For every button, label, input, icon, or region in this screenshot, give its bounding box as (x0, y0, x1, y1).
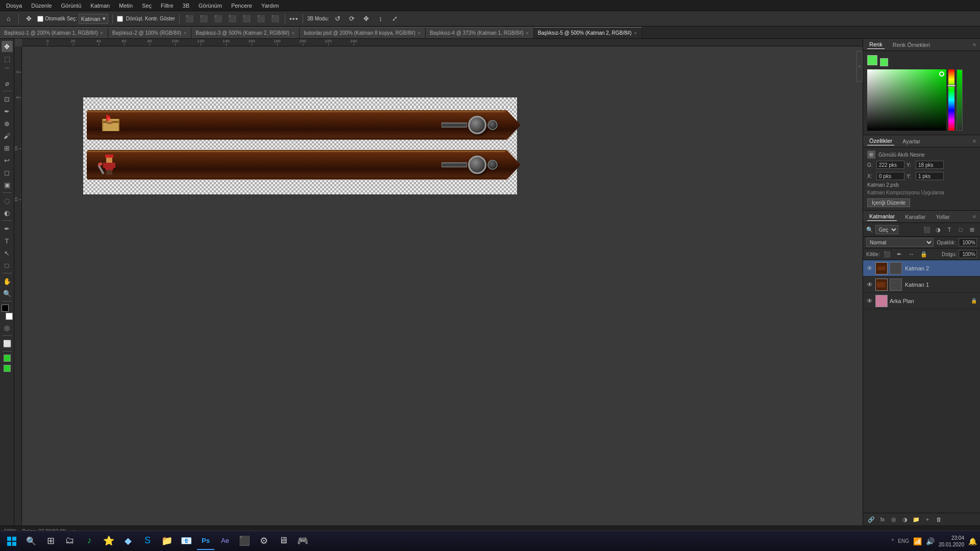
layers-filter-shape[interactable]: □ (955, 225, 966, 234)
align-right-button[interactable]: ⬛ (212, 13, 224, 24)
taskbar-app-settings[interactable]: ⚙ (255, 533, 273, 550)
tab-6[interactable]: Başlıksız-5 @ 500% (Katman 2, RGB/8#) × (534, 27, 642, 38)
fg-color-swatch[interactable] (2, 305, 9, 312)
taskbar-app-mail[interactable]: 📧 (178, 533, 195, 550)
lock-pixels-btn[interactable]: ⬛ (882, 249, 892, 259)
align-bottom-button[interactable]: ⬛ (255, 13, 266, 24)
layers-fx-btn[interactable]: fx (877, 515, 888, 524)
tab-2[interactable]: Başlıksız-2 @ 100% (RGB/8#) × (108, 27, 191, 38)
path-select-tool[interactable]: ↖ (2, 247, 13, 259)
fill-input[interactable] (959, 250, 977, 258)
fg-color-display[interactable] (867, 55, 877, 65)
layers-filter-dropdown[interactable]: Geç (875, 225, 898, 234)
blend-mode-select[interactable]: Normal (866, 238, 934, 247)
tab-3-close[interactable]: × (291, 31, 295, 36)
layer-bg-visibility[interactable]: 👁 (866, 297, 873, 305)
taskbar-app-skype[interactable]: S (139, 533, 156, 550)
taskbar-app-terminal[interactable]: ⬛ (236, 533, 253, 550)
layers-filter-smart[interactable]: ⊞ (967, 225, 977, 234)
lock-all-btn[interactable]: 🔒 (919, 249, 929, 259)
props-g-input[interactable] (876, 161, 904, 169)
bg-color-display[interactable] (880, 58, 888, 66)
hue-bar[interactable] (948, 69, 954, 131)
clone-tool[interactable]: ⊞ (2, 142, 13, 154)
color-gradient-picker[interactable] (867, 69, 946, 131)
align-middle-button[interactable]: ⬛ (241, 13, 252, 24)
brush-tool[interactable]: 🖌 (2, 130, 13, 141)
tab-ozellikler[interactable]: Özellikler (867, 137, 894, 145)
3d-roll-button[interactable]: ⟳ (346, 13, 357, 24)
align-center-h-button[interactable]: ⬛ (198, 13, 209, 24)
layer-2-visibility[interactable]: 👁 (866, 265, 873, 272)
home-button[interactable]: ⌂ (3, 13, 14, 24)
tray-chevron[interactable]: ^ (892, 538, 894, 544)
canvas-document[interactable] (83, 97, 517, 182)
props-x-input[interactable] (876, 172, 904, 180)
tab-2-close[interactable]: × (183, 31, 187, 36)
layer-item-1[interactable]: 👁 ⬛ Katman 1 (863, 277, 980, 293)
menu-filtre[interactable]: Filtre (157, 2, 177, 10)
layers-new-btn[interactable]: + (922, 515, 933, 524)
tab-katmanlar[interactable]: Katmanlar (867, 212, 897, 221)
tab-ornekler[interactable]: Renk Örnekleri (891, 41, 932, 49)
move-tool-button[interactable]: ✥ (23, 13, 34, 24)
alpha-bar[interactable] (957, 69, 963, 131)
toolbar-more[interactable]: ••• (289, 15, 299, 23)
color-swatches[interactable] (2, 305, 13, 320)
bg-color-swatch[interactable] (6, 313, 13, 320)
props-y2-input[interactable] (916, 172, 944, 180)
transform-checkbox[interactable] (117, 16, 123, 22)
menu-katman[interactable]: Katman (86, 2, 114, 10)
text-tool[interactable]: T (2, 235, 13, 246)
lasso-tool[interactable]: ⌒ (2, 65, 13, 77)
menu-3b[interactable]: 3B (179, 2, 193, 10)
menu-metin[interactable]: Metin (115, 2, 137, 10)
align-left-button[interactable]: ⬛ (184, 13, 195, 24)
banner-row-1[interactable] (83, 107, 517, 143)
tab-3[interactable]: Başlıksız-3 @ 500% (Katman 2, RGB/8#) × (191, 27, 300, 38)
autoselect-checkbox[interactable] (37, 16, 43, 22)
hand-tool[interactable]: ✋ (2, 276, 13, 287)
tray-volume[interactable]: 🔊 (926, 537, 935, 545)
tab-ayarlar[interactable]: Ayarlar (900, 137, 922, 145)
layers-link-btn[interactable]: 🔗 (866, 515, 876, 524)
menu-sec[interactable]: Seç (138, 2, 156, 10)
menu-goruntu[interactable]: Görüntü (57, 2, 86, 10)
align-top-button[interactable]: ⬛ (227, 13, 238, 24)
tab-yollar[interactable]: Yollar (934, 213, 952, 221)
tab-renk[interactable]: Renk (867, 40, 885, 49)
gradient-tool[interactable]: ▣ (2, 179, 13, 190)
dodge-tool[interactable]: ◐ (2, 207, 13, 218)
3d-scale-button[interactable]: ⤢ (389, 13, 400, 24)
blur-tool[interactable]: ◌ (2, 195, 13, 206)
layers-group-btn[interactable]: 📁 (911, 515, 921, 524)
tab-kanallar[interactable]: Kanallar (903, 213, 927, 221)
taskbar-app-ps[interactable]: Ps (197, 533, 214, 550)
3d-rotate-button[interactable]: ↺ (332, 13, 343, 24)
tab-1[interactable]: Başlıksız-1 @ 200% (Katman 1, RGB/8#) × (0, 27, 108, 38)
layer-1-visibility[interactable]: 👁 (866, 281, 873, 288)
autoselect-dropdown[interactable]: Katman ▾ (79, 14, 108, 24)
taskbar-app-monitor[interactable]: 🖥 (275, 533, 292, 550)
taskbar-app-star[interactable]: ⭐ (100, 533, 117, 550)
tab-4-close[interactable]: × (418, 31, 421, 36)
crop-tool[interactable]: ⊡ (2, 93, 13, 105)
color-panel-menu[interactable]: ≡ (973, 42, 976, 47)
lock-artboard-btn[interactable]: ↔ (906, 249, 917, 259)
foreground-color[interactable] (2, 354, 13, 363)
lock-position-btn[interactable]: ✒ (894, 249, 904, 259)
tab-6-close[interactable]: × (633, 31, 637, 36)
taskbar-taskview[interactable]: ⊞ (42, 533, 59, 550)
history-tool[interactable]: ↩ (2, 155, 13, 166)
3d-pan-button[interactable]: ✥ (360, 13, 372, 24)
canvas-work-area[interactable] (22, 46, 863, 525)
taskbar-app-game[interactable]: 🎮 (294, 533, 311, 550)
layers-filter-adj[interactable]: ◑ (933, 225, 943, 234)
taskbar-app-ae[interactable]: Ae (216, 533, 234, 550)
tab-5-close[interactable]: × (526, 31, 529, 36)
tab-4[interactable]: butonlar.psd @ 200% (Katman 8 kopya, RGB… (300, 27, 426, 38)
screen-mode-tool[interactable]: ⬜ (2, 338, 13, 349)
taskbar-start[interactable] (3, 533, 20, 550)
layers-filter-pixel[interactable]: ⬛ (922, 225, 932, 234)
zoom-tool[interactable]: 🔍 (2, 288, 13, 299)
